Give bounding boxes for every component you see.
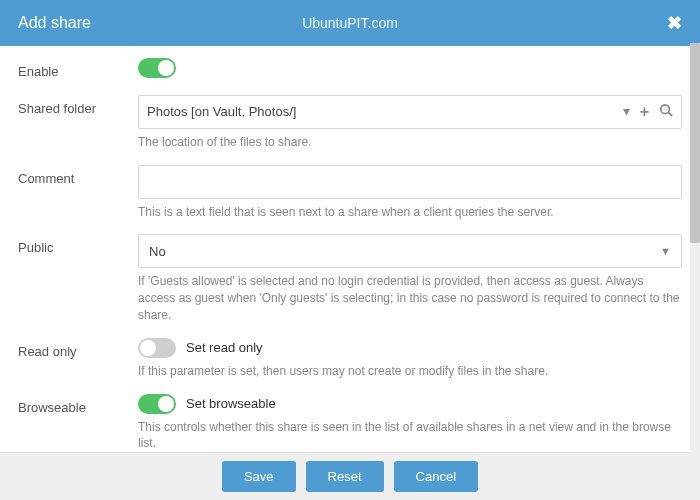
public-value: No xyxy=(149,244,166,259)
browseable-hint: This controls whether this share is seen… xyxy=(138,419,682,452)
dialog-footer: Save Reset Cancel xyxy=(0,452,700,500)
field-shared-folder: Shared folder ▾ + The location of the fi… xyxy=(18,95,682,151)
field-browseable: Browseable Set browseable This controls … xyxy=(18,394,682,452)
enable-toggle[interactable] xyxy=(138,58,176,78)
read-only-toggle-label: Set read only xyxy=(186,340,263,355)
shared-folder-label: Shared folder xyxy=(18,95,138,151)
read-only-hint: If this parameter is set, then users may… xyxy=(138,363,682,380)
public-select[interactable]: No ▼ xyxy=(138,234,682,268)
close-icon[interactable]: ✖ xyxy=(667,12,682,34)
read-only-label: Read only xyxy=(18,338,138,380)
field-public: Public No ▼ If 'Guests allowed' is selec… xyxy=(18,234,682,323)
add-share-dialog: Add share UbuntuPIT.com ✖ Enable Shared … xyxy=(0,0,700,500)
browseable-toggle[interactable] xyxy=(138,394,176,414)
dialog-body: Enable Shared folder ▾ + The location of… xyxy=(0,46,700,452)
browseable-label: Browseable xyxy=(18,394,138,452)
shared-folder-input-group: ▾ + xyxy=(138,95,682,129)
comment-label: Comment xyxy=(18,165,138,221)
browseable-toggle-label: Set browseable xyxy=(186,396,276,411)
field-enable: Enable xyxy=(18,58,682,81)
public-hint: If 'Guests allowed' is selected and no l… xyxy=(138,273,682,323)
svg-line-1 xyxy=(669,113,673,117)
search-icon[interactable] xyxy=(659,103,673,121)
field-comment: Comment This is a text field that is see… xyxy=(18,165,682,221)
chevron-down-icon[interactable]: ▾ xyxy=(623,103,630,121)
scrollbar-thumb[interactable] xyxy=(690,43,700,243)
field-read-only: Read only Set read only If this paramete… xyxy=(18,338,682,380)
brand-watermark: UbuntuPIT.com xyxy=(302,15,398,31)
dialog-title: Add share xyxy=(18,14,91,32)
reset-button[interactable]: Reset xyxy=(306,461,384,492)
shared-folder-input[interactable] xyxy=(147,104,623,119)
read-only-toggle[interactable] xyxy=(138,338,176,358)
comment-hint: This is a text field that is seen next t… xyxy=(138,204,682,221)
chevron-down-icon: ▼ xyxy=(660,245,671,257)
dialog-header: Add share UbuntuPIT.com ✖ xyxy=(0,0,700,46)
svg-point-0 xyxy=(661,105,670,114)
public-label: Public xyxy=(18,234,138,323)
comment-input[interactable] xyxy=(138,165,682,199)
plus-icon[interactable]: + xyxy=(640,103,649,121)
enable-label: Enable xyxy=(18,58,138,81)
cancel-button[interactable]: Cancel xyxy=(394,461,478,492)
save-button[interactable]: Save xyxy=(222,461,296,492)
shared-folder-hint: The location of the files to share. xyxy=(138,134,682,151)
